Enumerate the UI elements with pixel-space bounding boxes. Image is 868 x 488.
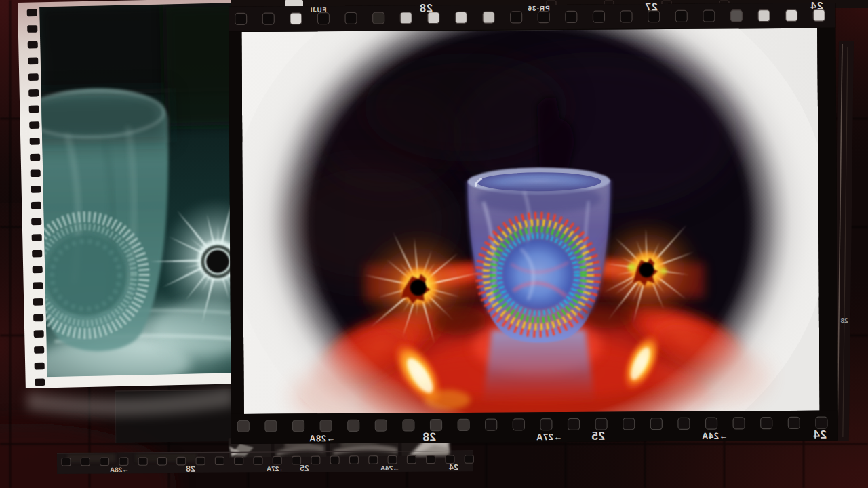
svg-text:28: 28 [422,430,436,443]
svg-text:28: 28 [840,317,848,324]
svg-text:28: 28 [186,464,195,474]
svg-text:PR-36: PR-36 [527,5,549,12]
svg-text:→24A: →24A [380,464,399,472]
svg-text:FUJI: FUJI [310,6,327,14]
svg-text:→28A: →28A [110,466,129,473]
svg-text:28: 28 [419,2,433,14]
svg-text:→28A: →28A [309,433,335,443]
svg-text:→27A: →27A [267,465,285,472]
svg-text:→27A: →27A [536,432,562,442]
svg-text:25: 25 [300,464,309,473]
svg-text:24: 24 [813,428,827,441]
svg-text:25: 25 [591,430,605,443]
svg-text:27: 27 [644,1,657,12]
svg-text:→24A: →24A [701,431,728,441]
svg-text:24: 24 [810,0,823,12]
svg-text:24: 24 [449,462,458,472]
